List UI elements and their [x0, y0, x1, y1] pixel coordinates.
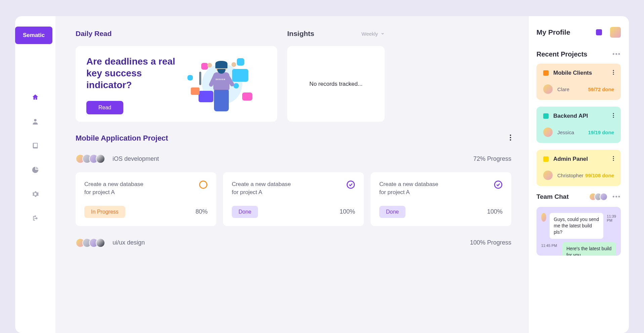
- nav-settings[interactable]: [31, 190, 39, 198]
- project-owner: Christopher: [557, 173, 584, 178]
- circle-icon: [199, 180, 208, 189]
- nav-analytics[interactable]: [31, 166, 39, 174]
- task-card[interactable]: Create a new database for project A Done…: [371, 172, 511, 226]
- profile-avatar[interactable]: [610, 27, 621, 38]
- daily-read-section: Daily Read Are deadlines a real key succ…: [76, 30, 277, 122]
- svg-point-11: [613, 115, 614, 116]
- article-illustration: DESIGN: [182, 56, 266, 114]
- main-content: Daily Read Are deadlines a real key succ…: [55, 16, 528, 333]
- avatar: [541, 213, 546, 222]
- avatar: [543, 171, 553, 180]
- chat-bubble: Here's the latest build for you.: [562, 242, 616, 256]
- article-card: Are deadlines a real key success indicat…: [76, 46, 277, 122]
- task-percent: 100%: [340, 208, 355, 215]
- subsection-uiux: ui/ux design 100% Progress: [76, 238, 511, 248]
- sidebar: Sematic: [15, 16, 55, 333]
- task-percent: 80%: [196, 208, 208, 215]
- more-vertical-icon: [613, 70, 614, 75]
- avatar: [600, 193, 608, 201]
- team-avatars: [76, 154, 105, 163]
- recent-more-button[interactable]: •••: [612, 51, 621, 58]
- svg-point-10: [613, 113, 614, 114]
- svg-point-9: [613, 74, 614, 75]
- status-indicator: [596, 29, 602, 35]
- recent-project-card[interactable]: Admin Panel Christopher 99/108 done: [536, 150, 621, 186]
- recent-project-card[interactable]: Mobile Clients Clare 59/72 done: [536, 64, 621, 100]
- gear-icon: [32, 190, 39, 198]
- team-chat-title: Team Chat: [536, 193, 569, 200]
- avatar: [96, 238, 105, 248]
- article-title: Are deadlines a real key success indicat…: [86, 56, 176, 91]
- project-name: Mobile Clients: [553, 70, 592, 76]
- project-color-icon: [543, 70, 549, 76]
- home-icon: [32, 94, 39, 101]
- check-circle-icon: [494, 180, 503, 189]
- project-name: Admin Panel: [553, 156, 588, 162]
- avatar: [543, 127, 553, 137]
- read-button[interactable]: Read: [86, 101, 123, 114]
- svg-point-15: [613, 160, 614, 161]
- chat-timestamp: 11:39 PM: [607, 213, 616, 222]
- project-color-icon: [543, 113, 549, 119]
- project-card-menu[interactable]: [613, 70, 614, 76]
- recent-projects-title: Recent Projects: [536, 50, 587, 58]
- chat-panel: Guys, could you send me the latest build…: [536, 207, 621, 256]
- brand-logo: Sematic: [15, 27, 52, 44]
- svg-point-3: [510, 139, 511, 141]
- insights-period-dropdown[interactable]: Weekly: [361, 31, 385, 37]
- project-title: Mobile Application Project: [76, 134, 168, 143]
- more-vertical-icon: [613, 113, 614, 118]
- project-name: Backend API: [553, 113, 588, 119]
- subsection-progress: 72% Progress: [473, 155, 511, 162]
- avatar: [96, 154, 105, 163]
- daily-read-title: Daily Read: [76, 30, 277, 38]
- nav-docs[interactable]: [31, 142, 39, 150]
- svg-point-4: [200, 181, 207, 188]
- insights-empty-text: No records tracked...: [309, 81, 362, 87]
- nav-profile[interactable]: [31, 117, 39, 125]
- subsection-name: iOS development: [113, 155, 159, 162]
- recent-project-card[interactable]: Backend API Jessica 19/19 done: [536, 107, 621, 143]
- chat-more-button[interactable]: •••: [612, 193, 621, 200]
- project-progress: 99/108 done: [585, 173, 614, 178]
- chevron-down-icon: [381, 32, 385, 36]
- project-card-menu[interactable]: [613, 113, 614, 119]
- project-more-button[interactable]: [510, 135, 511, 142]
- more-vertical-icon: [510, 135, 511, 141]
- chat-message: Guys, could you send me the latest build…: [541, 213, 616, 239]
- task-status-badge: In Progress: [84, 206, 125, 218]
- svg-point-2: [510, 137, 511, 138]
- insights-section: Insights Weekly No records tracked...: [287, 30, 385, 122]
- project-color-icon: [543, 156, 549, 162]
- svg-point-8: [613, 72, 614, 73]
- nav-logout[interactable]: [31, 214, 39, 222]
- user-icon: [32, 118, 39, 125]
- pie-chart-icon: [32, 166, 39, 174]
- team-avatars: [76, 238, 105, 248]
- logout-icon: [32, 215, 39, 222]
- task-desc: Create a new database for project A: [232, 180, 299, 196]
- insights-title: Insights: [287, 30, 314, 38]
- task-percent: 100%: [487, 208, 503, 215]
- subsection-ios: iOS development 72% Progress: [76, 154, 511, 163]
- svg-point-7: [613, 70, 614, 71]
- chat-message: 11:45 PM Here's the latest build for you…: [541, 242, 616, 256]
- subsection-progress: 100% Progress: [470, 239, 511, 246]
- project-progress: 59/72 done: [588, 86, 614, 92]
- profile-title: My Profile: [536, 28, 570, 36]
- chat-timestamp: 11:45 PM: [541, 242, 557, 248]
- insights-card: No records tracked...: [287, 46, 385, 122]
- svg-point-13: [613, 156, 614, 157]
- task-card[interactable]: Create a new database for project A In P…: [76, 172, 216, 226]
- project-owner: Jessica: [557, 130, 574, 135]
- task-desc: Create a new database for project A: [84, 180, 152, 196]
- profile-panel: My Profile Recent Projects ••• Mobile Cl…: [528, 16, 629, 333]
- project-card-menu[interactable]: [613, 156, 614, 162]
- task-status-badge: Done: [232, 206, 258, 218]
- task-card[interactable]: Create a new database for project A Done…: [223, 172, 364, 226]
- task-desc: Create a new database for project A: [379, 180, 446, 196]
- avatar: [543, 84, 553, 94]
- nav-home[interactable]: [31, 93, 39, 101]
- project-owner: Clare: [557, 86, 569, 92]
- task-status-badge: Done: [379, 206, 405, 218]
